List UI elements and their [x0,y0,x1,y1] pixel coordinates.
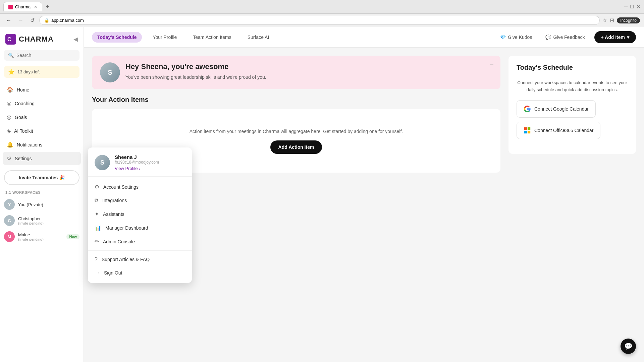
minimize-button[interactable]: ─ [624,4,628,10]
sidebar-item-goals[interactable]: ◎ Goals [3,111,81,124]
admin-console-icon: ✏ [95,238,99,245]
dropdown-item-support[interactable]: ? Support Articles & FAQ [88,253,192,266]
dropdown-item-sign-out[interactable]: → Sign Out [88,266,192,280]
search-bar[interactable]: 🔍 [4,50,79,61]
trial-badge: ⭐ 13 days left [4,66,79,78]
tab-team-action-items[interactable]: Team Action Items [187,32,236,43]
sign-out-icon: → [95,270,100,276]
add-item-dropdown-icon: ▾ [627,35,629,40]
svg-rect-4 [524,131,527,133]
chat-bubble[interactable]: 💬 [621,339,636,354]
connect-google-button[interactable]: Connect Google Calendar [517,100,596,118]
add-action-label: Add Action Item [278,144,314,150]
kudos-label: Give Kudos [508,35,532,40]
google-icon [524,105,531,113]
integrations-label: Integrations [102,198,127,203]
tab-your-profile[interactable]: Your Profile [147,32,182,43]
sidebar-item-notifications[interactable]: 🔔 Notifications [3,138,81,151]
sidebar-label-settings: Settings [15,156,32,161]
svg-rect-2 [524,127,527,130]
give-kudos-button[interactable]: 💎 Give Kudos [496,32,536,43]
assistants-icon: ✦ [95,211,99,217]
lock-icon: 🔒 [44,18,49,23]
sidebar-logo: C CHARMA ◀ [0,31,84,50]
sidebar: C CHARMA ◀ 🔍 ⭐ 13 days left 🏠 Home ◎ Coa… [0,27,84,362]
dropdown-user-name: Sheena J [115,154,159,160]
browser-chrome: Charma ✕ + ─ □ ✕ [0,0,644,14]
calendar-connect: Connect your workspaces to calendar even… [517,77,628,146]
trial-text: 13 days left [17,69,40,74]
connect-office-button[interactable]: Connect Office365 Calendar [517,122,600,139]
tab-close-button[interactable]: ✕ [34,5,37,9]
address-bar[interactable]: 🔒 app.charma.com [39,16,600,25]
tab-surface-ai[interactable]: Surface AI [242,32,275,43]
sign-out-label: Sign Out [104,270,122,276]
notifications-icon: 🔔 [7,141,13,148]
tab-todays-schedule[interactable]: Today's Schedule [92,32,142,43]
settings-icon: ⚙ [7,155,11,162]
dropdown-item-admin-console[interactable]: ✏ Admin Console [88,235,192,248]
dropdown-user-email: fb193c18@moodjoy.com [115,160,159,165]
add-action-item-button[interactable]: Add Action Item [270,140,322,154]
dropdown-item-account-settings[interactable]: ⚙ Account Settings [88,180,192,194]
restore-button[interactable]: □ [630,4,634,10]
back-button[interactable]: ← [4,17,13,24]
account-settings-icon: ⚙ [95,184,99,190]
greeting-close-button[interactable]: − [490,61,494,69]
feedback-label: Give Feedback [553,35,585,40]
dropdown-user-avatar: S [95,155,110,170]
sidebar-item-home[interactable]: 🏠 Home [3,83,81,96]
refresh-button[interactable]: ↺ [28,16,37,24]
tab-favicon [8,5,13,9]
svg-text:C: C [7,37,11,42]
new-tab-button[interactable]: + [44,3,51,10]
sidebar-item-coaching[interactable]: ◎ Coaching [3,97,81,110]
svg-rect-5 [528,131,530,133]
active-tab[interactable]: Charma ✕ [3,2,42,11]
workspace-christopher-name: Christopher [18,216,44,221]
sidebar-label-coaching: Coaching [15,101,35,106]
give-feedback-button[interactable]: 💬 Give Feedback [541,32,589,43]
support-label: Support Articles & FAQ [102,257,150,262]
browser-nav-bar: ← → ↺ 🔒 app.charma.com ☆ ⊞ Incognito [0,14,644,27]
view-profile-arrow: › [139,166,140,171]
sidebar-label-home: Home [17,87,29,93]
add-item-button[interactable]: + Add Item ▾ [594,31,636,43]
greeting-content: Hey Sheena, you're awesome You've been s… [125,62,266,81]
url-text: app.charma.com [51,18,84,23]
extension-button[interactable]: ⊞ [610,17,614,23]
dropdown-item-manager-dashboard[interactable]: 📊 Manager Dashboard [88,221,192,235]
content-right: Today's Schedule Connect your workspaces… [508,56,636,354]
workspace-you[interactable]: Y You (Private) [0,196,84,213]
search-input[interactable] [16,53,75,58]
view-profile-link[interactable]: View Profile › [115,166,159,171]
sidebar-item-ai-toolkit[interactable]: ◈ AI Toolkit [3,124,81,137]
chat-icon: 💬 [624,342,633,350]
greeting-title: Hey Sheena, you're awesome [125,62,266,71]
workspace-christopher[interactable]: C Christopher (Invite pending) [0,213,84,229]
forward-button[interactable]: → [16,17,25,24]
invite-teammates-button[interactable]: Invite Teammates 🎉 [4,170,79,185]
star-button[interactable]: ☆ [602,17,607,23]
workspace-maine-name: Maine [18,232,44,237]
empty-state-text: Action items from your meetings in Cha​r… [105,128,487,135]
admin-console-label: Admin Console [103,239,135,244]
dropdown-user-section: S Sheena J fb193c18@moodjoy.com View Pro… [88,147,192,177]
dropdown-items: ⚙ Account Settings ⧉ Integrations ✦ Assi… [88,177,192,283]
sidebar-collapse-button[interactable]: ◀ [73,36,78,43]
greeting-sub: You've been showing great leadership ski… [125,74,266,81]
new-badge: New [66,234,79,239]
workspace-maine[interactable]: M Maine (Invite pending) New [0,229,84,245]
workspace-maine-avatar: M [4,231,15,242]
calendar-connect-text: Connect your workspaces to calendar even… [517,79,628,94]
sidebar-label-goals: Goals [15,115,27,120]
browser-actions: ☆ ⊞ Incognito [602,17,640,23]
office-icon [524,127,531,134]
invite-btn-label: Invite Teammates 🎉 [19,175,65,180]
sidebar-item-settings[interactable]: ⚙ Settings [3,152,81,165]
sidebar-label-notifications: Notifications [17,142,42,147]
dropdown-item-assistants[interactable]: ✦ Assistants [88,207,192,221]
workspace-you-avatar: Y [4,199,15,210]
close-button[interactable]: ✕ [636,4,641,10]
dropdown-item-integrations[interactable]: ⧉ Integrations [88,194,192,207]
